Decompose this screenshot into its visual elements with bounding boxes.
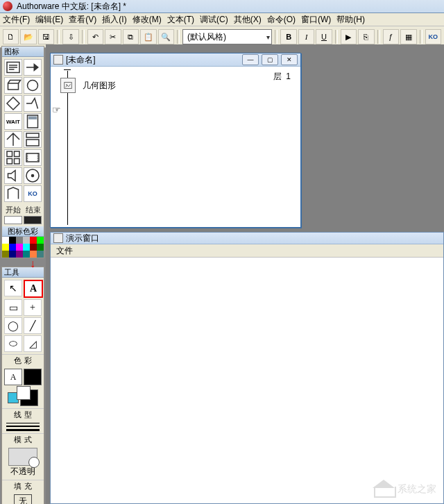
copy-button[interactable]: ⧉ (123, 29, 139, 44)
paste-button[interactable]: 📋 (140, 29, 156, 44)
text-color-button[interactable]: A (4, 369, 22, 385)
design-window: [未命名] — ▢ ✕ 层 1 几何图形 ☞ (50, 53, 301, 228)
open-button[interactable]: 📂 (20, 29, 36, 44)
swatch-purple[interactable] (16, 251, 23, 258)
presentation-menu-file[interactable]: 文件 (56, 245, 73, 257)
menu-insert[interactable]: 插入(I) (102, 14, 126, 26)
flowline[interactable] (67, 71, 68, 225)
motion-icon[interactable] (24, 59, 42, 76)
undo-button[interactable]: ↶ (87, 29, 103, 44)
variables-button[interactable]: ▦ (400, 29, 416, 44)
swatch-silver[interactable] (23, 237, 30, 244)
interaction-icon[interactable] (24, 95, 42, 112)
menu-help[interactable]: 帮助(H) (336, 14, 365, 26)
style-select-value: (默认风格) (187, 31, 226, 43)
start-flag-icon[interactable] (4, 216, 22, 224)
bold-button[interactable]: B (280, 29, 296, 44)
functions-button[interactable]: ƒ (383, 29, 399, 44)
icon-color-title: 图标色彩 (2, 226, 44, 237)
line-section-label: 线 型 (2, 408, 44, 421)
line-style-picker[interactable] (2, 421, 44, 433)
import-button[interactable]: ⇩ (62, 29, 78, 44)
knowledge-icon[interactable] (4, 185, 22, 202)
sound-icon[interactable] (4, 167, 22, 184)
swatch-yellow[interactable] (2, 244, 9, 251)
dvd-icon[interactable] (24, 167, 42, 184)
find-button[interactable]: 🔍 (158, 29, 174, 44)
swatch-gray[interactable] (16, 237, 23, 244)
menu-debug[interactable]: 调试(C) (200, 14, 228, 26)
fill-picker[interactable]: 无 (14, 494, 32, 504)
polygon-tool[interactable]: ◿ (24, 335, 42, 352)
swatch-teal[interactable] (23, 251, 30, 258)
close-button[interactable]: ✕ (281, 54, 298, 65)
svg-rect-1 (8, 83, 19, 90)
display-icon[interactable] (4, 59, 22, 76)
swatch-olive[interactable] (2, 251, 9, 258)
erase-icon[interactable] (4, 77, 22, 94)
navigate-icon[interactable] (4, 131, 22, 148)
svg-rect-10 (15, 159, 20, 165)
digital-movie-icon[interactable] (24, 149, 42, 166)
new-button[interactable]: 🗋 (3, 29, 19, 44)
wait-icon[interactable]: WAIT (4, 113, 22, 130)
maximize-button[interactable]: ▢ (262, 54, 278, 65)
run-button[interactable]: ▶ (341, 29, 357, 44)
swatch-magenta[interactable] (16, 244, 23, 251)
underline-button[interactable]: U (316, 29, 332, 44)
swatch-blue[interactable] (9, 244, 16, 251)
swatch-green[interactable] (37, 244, 44, 251)
swatch-lime[interactable] (37, 237, 44, 244)
layer-value: 1 (286, 72, 291, 81)
swatch-cyan[interactable] (23, 244, 30, 251)
watermark-text: 系统之家 (398, 483, 436, 496)
paste-hand-icon[interactable]: ☞ (52, 104, 61, 115)
menu-modify[interactable]: 修改(M) (133, 14, 162, 26)
fill-bg-color-button[interactable] (20, 389, 38, 406)
decision-icon[interactable] (4, 95, 22, 112)
line-color-button[interactable] (24, 369, 42, 385)
highlight-arrow-icon: ↓ (30, 258, 35, 270)
menu-text[interactable]: 文本(T) (167, 14, 194, 26)
ko-icon[interactable]: KO (24, 185, 42, 202)
text-tool[interactable]: A (24, 280, 43, 298)
swatch-red[interactable] (30, 237, 37, 244)
tool-palette-title: 工具 (2, 267, 44, 278)
rectangle-tool[interactable]: ▭ (4, 299, 22, 316)
icon-color-swatches (2, 237, 44, 258)
mode-picker[interactable] (8, 448, 37, 466)
swatch-white[interactable] (2, 237, 9, 244)
stop-flag-icon[interactable] (24, 216, 42, 224)
pointer-tool[interactable]: ↖ (4, 280, 22, 296)
swatch-slate[interactable] (37, 251, 44, 258)
swatch-maroon[interactable] (30, 244, 37, 251)
calc-icon[interactable] (24, 113, 42, 130)
save-all-button[interactable]: 🖫 (38, 29, 54, 44)
control-panel-button[interactable]: ⎘ (358, 29, 374, 44)
ellipse-tool[interactable]: ◯ (4, 317, 22, 334)
flow-node[interactable]: 几何图形 (60, 78, 116, 93)
swatch-black[interactable] (9, 237, 16, 244)
wait-icon-alt[interactable] (24, 77, 42, 94)
ko-button[interactable]: KO (425, 29, 441, 44)
italic-button[interactable]: I (298, 29, 314, 44)
menu-command[interactable]: 命令(O) (267, 14, 296, 26)
rounded-rect-tool[interactable]: ⬭ (4, 335, 22, 352)
menu-edit[interactable]: 编辑(E) (35, 14, 63, 26)
menu-view[interactable]: 查看(V) (69, 14, 96, 26)
design-window-title: [未命名] (66, 54, 96, 66)
menu-file[interactable]: 文件(F) (3, 14, 30, 26)
swatch-orange[interactable] (30, 251, 37, 258)
line-tool[interactable]: ╱ (24, 317, 42, 334)
line-straight-tool[interactable]: + (24, 299, 42, 316)
minimize-button[interactable]: — (242, 54, 259, 65)
framework-icon[interactable] (24, 131, 42, 148)
swatch-navy[interactable] (9, 251, 16, 258)
presentation-window-titlebar[interactable]: 演示窗口 (51, 233, 443, 244)
design-window-titlebar[interactable]: [未命名] — ▢ ✕ (51, 53, 300, 67)
cut-button[interactable]: ✂ (105, 29, 121, 44)
menu-window[interactable]: 窗口(W) (301, 14, 331, 26)
map-icon[interactable] (4, 149, 22, 166)
menu-other[interactable]: 其他(X) (234, 14, 262, 26)
style-select[interactable]: (默认风格) (182, 29, 272, 44)
